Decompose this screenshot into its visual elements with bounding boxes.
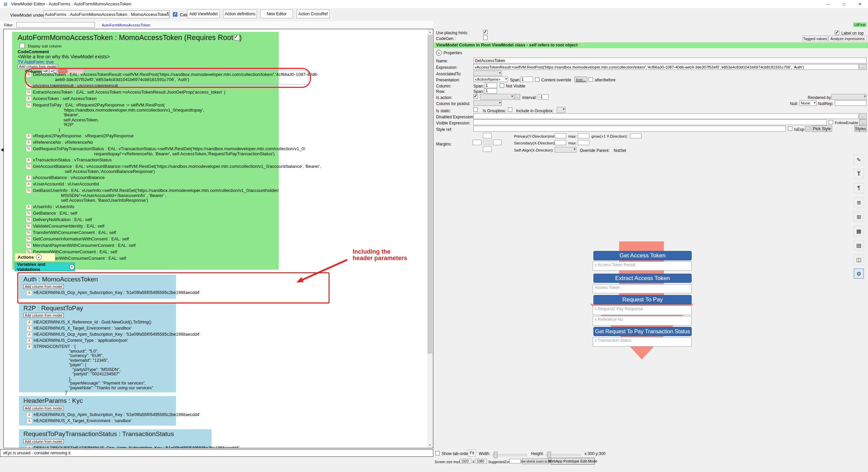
tree-row[interactable]: A vUserInfo : vUserInfo [26, 204, 311, 210]
show-tab-order-checkbox[interactable] [435, 451, 440, 455]
new-editor-button[interactable]: New Editor [260, 9, 293, 18]
presentation-dropdown[interactable]: <ActionName> [473, 77, 508, 82]
tree-row[interactable]: % BankTransferWithConsumerConsent : EAL:… [26, 256, 311, 261]
column-for-picklist-dropdown[interactable] [473, 100, 502, 106]
grow-input[interactable] [630, 133, 642, 138]
splitter-collapse-arrow[interactable] [1, 148, 4, 152]
height-slider-track[interactable] [546, 454, 580, 456]
kyc-add-column-button[interactable]: Add column from model [23, 406, 64, 411]
tree-row[interactable]: % ValidateConsumerIdentity : EAL: self [26, 224, 311, 229]
tree-row[interactable]: % DeliveryNotification : EAL: self [26, 217, 311, 222]
not-visible-checkbox[interactable] [500, 83, 504, 88]
block-row[interactable]: A HEADERMINUS_X_Reference_Id : Guid.NewG… [27, 320, 173, 325]
filter-input[interactable] [16, 22, 95, 27]
viewmodel-link[interactable]: AutoFormMomoAccessToken [102, 23, 151, 27]
tree-row[interactable]: % MerchantPaymentWithConsumerConsent : E… [26, 243, 311, 248]
scroll-down-button[interactable]: ▾ [427, 442, 433, 448]
rtpts-viewmodel-block[interactable]: RequestToPayTransactionStatus : Transact… [19, 429, 212, 448]
content-override-checkbox[interactable] [535, 77, 539, 82]
row-span-input[interactable] [484, 88, 497, 94]
flow-extract-access-token-button[interactable]: Extract Access Token [593, 274, 692, 283]
minimize-button[interactable]: — [821, 0, 836, 8]
add-viewmodel-button[interactable]: Add ViewModel [187, 9, 220, 18]
webapp-prototype-mode-button[interactable]: WebApp Prototype Edit-Mode [551, 458, 595, 465]
pick-style-button[interactable]: Pick Style [812, 125, 832, 132]
categ-checkbox[interactable] [173, 12, 177, 17]
tree-row[interactable]: A vTransactionStatus : vTransactionStatu… [26, 158, 311, 163]
expression-input[interactable] [473, 64, 859, 70]
tool-button-paragraph[interactable]: ¶ [854, 183, 864, 193]
label-on-top-checkbox[interactable] [835, 31, 839, 35]
style-ref-input[interactable] [473, 126, 786, 132]
disabled-expression-ellipsis[interactable]: ... [859, 113, 867, 119]
tree-row[interactable]: A vRequest2PayResponse : vRequest2PayRes… [26, 134, 311, 139]
tree-row[interactable]: A vReferenceNo : vReferenceNo [26, 140, 311, 145]
actions-button[interactable]: Actions ▾ [15, 253, 55, 261]
analyze-expressions-button[interactable]: Analyze expressions [828, 36, 867, 41]
display-sub-column-checkbox[interactable] [20, 43, 25, 48]
variables-expand-icon[interactable]: ▾ [69, 264, 75, 270]
self-align-dropdown[interactable] [555, 147, 576, 153]
tool-button-pen[interactable]: ✎ [854, 155, 864, 165]
close-button[interactable]: ✕ [852, 0, 868, 8]
secondary-min-input[interactable] [555, 140, 566, 145]
primary-min-input[interactable] [555, 133, 566, 138]
properties-collapse-button[interactable]: ▴ [436, 50, 442, 56]
tree-row[interactable]: % GetConsumerInformationWithConsent : EA… [26, 237, 311, 242]
tree-row[interactable]: % GetRequestToPayTransactionStatus : EAL… [26, 146, 311, 156]
disabled-expression-input[interactable] [473, 113, 859, 119]
viewmodel-under-edit-dropdown[interactable]: AutoForms : AutoFormMomoAccessToken : Mo… [43, 11, 170, 18]
set-shrink-zoom-button[interactable]: Set shrink zoom to fit [522, 458, 549, 464]
flow-reference-no-field[interactable]: v Reference No [593, 316, 692, 326]
code-comment-value[interactable]: <Write a line on why this ViewModel exis… [18, 54, 110, 59]
actions-expand-icon[interactable]: ▾ [36, 254, 42, 260]
tree-scrollbar[interactable]: ▴ ▾ [427, 29, 433, 448]
tree-row[interactable]: % GetBalance : EAL: self [26, 211, 311, 216]
rtpts-add-column-button[interactable]: Add column from model [23, 439, 64, 444]
block-row[interactable]: A HEADERMINUS_X_Target_Environment : 'sa… [27, 419, 173, 424]
nullrep-input[interactable] [835, 100, 867, 106]
column-span-input[interactable] [484, 83, 497, 88]
scrollbar-thumb[interactable] [428, 35, 432, 354]
styles-button[interactable]: Styles [854, 125, 867, 132]
suggested-zoom-input[interactable] [509, 459, 521, 464]
tagged-values-button[interactable]: Tagged values [802, 36, 828, 41]
maximize-button[interactable]: □ [836, 0, 852, 8]
marker-width-input[interactable] [460, 459, 471, 464]
tree-row[interactable]: % PaymentWithConsumerConsent : EAL: self [26, 250, 311, 255]
isexp-checkbox[interactable] [788, 126, 792, 131]
primary-max-input[interactable] [578, 133, 589, 138]
associated-to-dropdown[interactable] [473, 71, 502, 76]
flow-access-token-result-field[interactable]: v Access Token Result [593, 261, 692, 271]
visible-expression-input[interactable] [473, 119, 827, 125]
tree-row[interactable]: % GetBasicUserInfo : EAL: vUserInfo:=sel… [26, 188, 311, 203]
codegen-checkbox[interactable] [483, 36, 488, 40]
expression-ellipsis-button[interactable]: ... [859, 64, 867, 70]
null-dropdown[interactable]: None [800, 100, 816, 106]
block-row[interactable]: A HEADERMINUS_Ocp_Apim_Subscription_Key … [27, 332, 173, 337]
tree-row[interactable]: % GetAccountBalance : EAL: vAccountBalan… [26, 164, 311, 174]
tree-row[interactable]: A vAccountBalance : vAccountBalance [26, 175, 311, 180]
block-row[interactable]: A HEADERMINUS_Ocp_Apim_Subscription_Key … [27, 413, 173, 418]
tool-button-layers[interactable]: ◫ [854, 254, 864, 264]
after-before-checkbox[interactable] [589, 77, 593, 82]
flow-transaction-status-field[interactable]: v Transaction Status [593, 337, 692, 347]
is-groupbox-checkbox[interactable] [508, 107, 512, 112]
margin-bottom-input[interactable] [483, 146, 492, 152]
width-slider-track[interactable] [492, 454, 527, 456]
tool-button-gear[interactable]: ⚙ [854, 269, 864, 279]
margin-right-input[interactable] [493, 140, 502, 145]
is-static-checkbox[interactable] [473, 107, 478, 112]
visible-expression-ellipsis[interactable]: ... [859, 119, 867, 125]
interval-input[interactable] [538, 94, 549, 100]
tree-row[interactable]: % ExtractAccessToken : EAL: self.AccessT… [26, 90, 311, 95]
flow-request-to-pay-button[interactable]: Request To Pay [593, 295, 692, 304]
tree-row[interactable]: A AccessToken : self.AccessToken [26, 96, 311, 101]
rendered-by-dropdown[interactable] [831, 94, 867, 100]
tool-button-grid[interactable]: ▦ [854, 226, 864, 236]
tool-button-panel[interactable]: ▤ [854, 240, 864, 250]
tool-button-table[interactable]: ⊞ [854, 212, 864, 222]
tool-button-text[interactable]: T [854, 169, 864, 179]
tree-row[interactable]: % TransferWithConsumerConsent : EAL: sel… [26, 230, 311, 235]
name-input[interactable] [473, 58, 867, 63]
